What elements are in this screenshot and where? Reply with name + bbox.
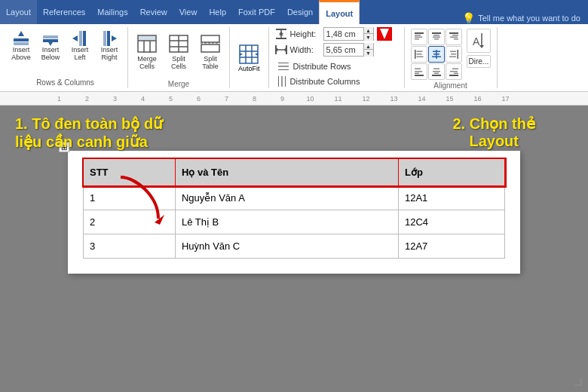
- command-bar: InsertAbove InsertBelow: [0, 24, 588, 92]
- height-down-spinner[interactable]: ▼: [364, 34, 373, 41]
- merge-cells-button[interactable]: MergeCells: [133, 32, 161, 73]
- svg-rect-61: [416, 51, 422, 53]
- insert-right-button[interactable]: InsertRight: [96, 29, 123, 63]
- ruler-number: 11: [324, 95, 352, 103]
- svg-marker-5: [47, 41, 54, 46]
- tab-layout-active[interactable]: Layout: [319, 0, 360, 24]
- svg-marker-36: [380, 29, 389, 39]
- svg-rect-72: [415, 75, 424, 76]
- distribute-rows-icon: [278, 63, 289, 70]
- ribbon: Layout References Mailings Review View H…: [0, 0, 588, 92]
- svg-text:A: A: [473, 35, 480, 47]
- svg-rect-82: [450, 71, 458, 72]
- table-cell: 12A1: [398, 186, 504, 210]
- split-table-button[interactable]: SplitTable: [196, 32, 225, 73]
- ruler-number: 6: [185, 95, 213, 103]
- insert-right-icon: [100, 30, 118, 47]
- insert-right-label: InsertRight: [101, 47, 118, 62]
- svg-rect-83: [454, 73, 458, 75]
- annotation-step2-text: 2. Chọn thẻ: [452, 115, 535, 132]
- annotation-step1-text: 1. Tô đen toàn bộ dữ: [15, 115, 163, 132]
- align-middle-center[interactable]: [428, 46, 445, 63]
- width-down-spinner[interactable]: ▼: [364, 50, 373, 57]
- table-cell: 12C4: [398, 210, 504, 234]
- insert-left-button[interactable]: InsertLeft: [66, 29, 93, 63]
- rows-cols-label: Rows & Columns: [8, 77, 123, 87]
- table-header-cell: Họ và Tên: [175, 159, 398, 186]
- height-arrow-indicator: [377, 27, 392, 41]
- cell-size-group: Height: 1,48 cm ▲ ▼: [269, 27, 405, 88]
- svg-rect-62: [416, 54, 421, 55]
- svg-marker-30: [255, 53, 258, 56]
- tab-review[interactable]: Review: [134, 0, 173, 24]
- svg-rect-54: [433, 37, 440, 38]
- distribute-cols-button[interactable]: Distribute Columns: [275, 75, 398, 88]
- align-top-center[interactable]: [428, 29, 445, 45]
- svg-rect-7: [83, 31, 86, 46]
- align-bottom-center[interactable]: [428, 63, 445, 80]
- tab-references[interactable]: References: [37, 0, 91, 24]
- svg-marker-2: [18, 31, 24, 36]
- height-up-spinner[interactable]: ▲: [364, 27, 373, 34]
- svg-rect-52: [432, 32, 441, 34]
- cell-margins-button[interactable]: Dire...: [467, 55, 491, 68]
- table-cell: 3: [84, 234, 176, 259]
- tab-foxit[interactable]: Foxit PDF: [232, 0, 281, 24]
- ruler-number: 17: [492, 95, 519, 103]
- text-direction-group: A Dire...: [467, 29, 491, 68]
- align-top-right[interactable]: [446, 29, 462, 45]
- cell-margins-label: Dire...: [469, 57, 489, 66]
- bulb-icon: 💡: [462, 12, 475, 24]
- svg-marker-86: [479, 45, 484, 48]
- split-table-label: SplitTable: [202, 56, 219, 71]
- merge-cells-icon: [137, 35, 157, 54]
- align-bottom-left[interactable]: [411, 63, 427, 80]
- annotation-step1: 1. Tô đen toàn bộ dữ liệu cần canh giữa: [15, 115, 163, 151]
- document-area: 1. Tô đen toàn bộ dữ liệu cần canh giữa …: [0, 106, 588, 392]
- insert-below-button[interactable]: InsertBelow: [37, 29, 64, 63]
- alignment-label: Alignment: [411, 80, 491, 90]
- svg-rect-75: [415, 73, 419, 75]
- align-middle-right[interactable]: [446, 46, 462, 63]
- ruler-number: 15: [436, 95, 464, 103]
- svg-rect-78: [433, 71, 440, 72]
- svg-rect-38: [286, 45, 287, 54]
- svg-marker-8: [72, 35, 78, 41]
- split-table-icon: [201, 35, 220, 54]
- tell-me-text: Tell me what you want to do: [478, 14, 580, 23]
- svg-rect-6: [79, 31, 82, 46]
- tab-tell-me[interactable]: 💡 Tell me what you want to do: [462, 12, 588, 24]
- align-middle-left[interactable]: [411, 46, 427, 63]
- svg-marker-11: [112, 35, 117, 41]
- svg-rect-55: [434, 38, 439, 40]
- svg-rect-16: [139, 36, 155, 40]
- alignment-grid: [411, 29, 462, 80]
- tab-layout-main[interactable]: Layout: [0, 0, 37, 24]
- tab-help[interactable]: Help: [203, 0, 232, 24]
- align-top-left[interactable]: [411, 29, 427, 45]
- svg-rect-80: [449, 75, 458, 76]
- width-up-spinner[interactable]: ▲: [364, 43, 373, 50]
- split-cells-button[interactable]: SplitCells: [164, 32, 193, 73]
- tab-design[interactable]: Design: [281, 0, 319, 24]
- svg-rect-65: [433, 51, 440, 53]
- insert-above-icon: [12, 30, 30, 47]
- resize-handle[interactable]: [574, 378, 582, 386]
- tab-mailings[interactable]: Mailings: [91, 0, 133, 24]
- annotation-step1b-text: liệu cần canh giữa: [15, 133, 148, 150]
- insert-above-button[interactable]: InsertAbove: [8, 29, 35, 63]
- text-direction-button[interactable]: A: [467, 29, 491, 53]
- svg-rect-37: [275, 45, 277, 54]
- svg-rect-49: [415, 35, 421, 36]
- tab-view[interactable]: View: [173, 0, 204, 24]
- svg-rect-81: [452, 69, 458, 70]
- distribute-rows-button[interactable]: Distribute Rows: [275, 60, 398, 72]
- align-bottom-right[interactable]: [446, 63, 462, 80]
- autofit-button[interactable]: AutoFit: [234, 41, 264, 75]
- height-icon: [275, 29, 287, 39]
- merge-cells-label: MergeCells: [137, 56, 157, 71]
- ruler-number: 5: [157, 95, 185, 103]
- svg-rect-1: [14, 42, 29, 45]
- autofit-label: AutoFit: [238, 65, 260, 72]
- svg-rect-58: [450, 37, 458, 38]
